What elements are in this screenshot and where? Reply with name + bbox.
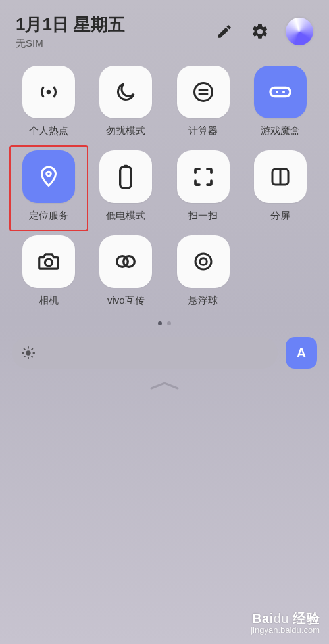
date-block: 1月1日 星期五 无SIM <box>16 13 125 50</box>
watermark-logo: Baidu 经验 <box>251 611 320 626</box>
svg-point-15 <box>195 254 211 269</box>
svg-point-12 <box>45 259 52 266</box>
brightness-row: A <box>12 337 317 369</box>
gamepad-icon <box>254 66 307 118</box>
tile-label: 相机 <box>39 294 59 307</box>
target-icon <box>177 235 230 288</box>
auto-brightness-label: A <box>297 346 306 361</box>
link-icon <box>99 235 152 288</box>
svg-line-25 <box>32 349 32 350</box>
header-actions <box>215 18 313 45</box>
dot <box>167 321 171 325</box>
tile-label: 游戏魔盒 <box>261 125 300 137</box>
avatar[interactable] <box>286 18 313 45</box>
tile-lowbattery[interactable]: 低电模式 <box>91 150 162 222</box>
hotspot-icon <box>22 66 75 118</box>
scan-icon <box>177 150 230 203</box>
sim-status-text: 无SIM <box>16 37 125 50</box>
svg-point-0 <box>46 90 51 95</box>
notification-header: 1月1日 星期五 无SIM <box>0 0 329 54</box>
empty-slot <box>245 235 316 307</box>
svg-point-17 <box>26 350 30 355</box>
battery-icon <box>99 150 152 203</box>
watermark-url: jingyan.baidu.com <box>251 626 320 635</box>
gear-icon[interactable] <box>250 22 270 41</box>
svg-line-23 <box>32 356 32 357</box>
auto-brightness-button[interactable]: A <box>286 337 317 369</box>
tile-label: 定位服务 <box>29 210 68 222</box>
moon-icon <box>99 66 152 118</box>
tile-label: 低电模式 <box>106 210 145 222</box>
page-indicator <box>0 321 329 325</box>
svg-point-6 <box>282 91 285 93</box>
tile-scan[interactable]: 扫一扫 <box>168 150 239 222</box>
svg-point-5 <box>276 91 278 93</box>
tile-label: 勿扰模式 <box>106 125 145 137</box>
tile-label: 悬浮球 <box>188 294 218 307</box>
brightness-icon <box>21 346 36 360</box>
date-text: 1月1日 星期五 <box>16 13 125 36</box>
svg-point-7 <box>46 172 51 176</box>
edit-icon[interactable] <box>215 22 234 41</box>
tile-label: vivo互传 <box>107 294 145 307</box>
tile-hotspot[interactable]: 个人热点 <box>13 66 84 137</box>
svg-line-22 <box>24 349 25 350</box>
tile-label: 计算器 <box>188 125 218 137</box>
tile-vivoshare[interactable]: vivo互传 <box>91 235 162 307</box>
tile-location[interactable]: 定位服务 <box>13 150 84 222</box>
location-pin-icon <box>22 150 75 203</box>
drag-handle[interactable] <box>0 380 329 392</box>
svg-rect-8 <box>120 167 132 188</box>
tile-gamebox[interactable]: 游戏魔盒 <box>245 66 316 137</box>
tile-calculator[interactable]: 计算器 <box>168 66 239 137</box>
brightness-slider[interactable] <box>12 337 278 369</box>
tile-splitscreen[interactable]: 分屏 <box>245 150 316 222</box>
calculator-icon <box>177 66 230 118</box>
svg-rect-4 <box>270 87 290 96</box>
tile-camera[interactable]: 相机 <box>13 235 84 307</box>
svg-point-1 <box>194 83 212 101</box>
svg-line-24 <box>24 356 25 357</box>
watermark: Baidu 经验 jingyan.baidu.com <box>251 611 320 635</box>
camera-icon <box>22 235 75 288</box>
svg-point-16 <box>200 258 207 265</box>
tile-floatball[interactable]: 悬浮球 <box>168 235 239 307</box>
quick-settings-grid: 个人热点 勿扰模式 计算器 游戏魔盒 定位服务 低电模式 <box>0 54 329 307</box>
svg-rect-9 <box>124 165 128 167</box>
tile-label: 扫一扫 <box>188 210 218 222</box>
tile-dnd[interactable]: 勿扰模式 <box>91 66 162 137</box>
dot-active <box>158 321 162 325</box>
tile-label: 分屏 <box>270 210 290 222</box>
tile-label: 个人热点 <box>29 125 68 137</box>
splitscreen-icon <box>254 150 307 203</box>
highlight-box: 定位服务 <box>9 145 88 231</box>
